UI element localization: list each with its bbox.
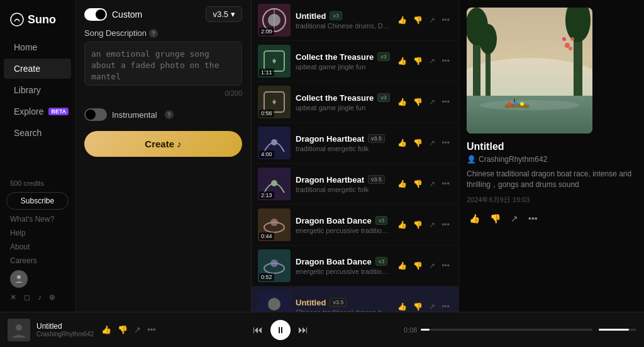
description-textarea[interactable] (84, 42, 242, 86)
prev-button[interactable]: ⏮ (250, 322, 265, 338)
song-title-row: Untitled v3.5 (296, 298, 390, 307)
volume-bar[interactable] (599, 329, 636, 331)
song-dislike-button[interactable]: 👎 (411, 300, 425, 312)
subscribe-button[interactable]: Subscribe (6, 192, 69, 210)
song-dislike-button[interactable]: 👎 (411, 177, 425, 191)
help-link[interactable]: Help (0, 226, 75, 240)
sidebar-item-library[interactable]: Library (4, 80, 71, 100)
create-button[interactable]: Create ♪ (84, 131, 242, 157)
sidebar-item-explore[interactable]: Explore BETA (4, 101, 71, 122)
song-duration: 2:13 (259, 191, 274, 199)
player-like-button[interactable]: 👍 (100, 324, 113, 336)
sidebar-item-home[interactable]: Home (4, 37, 71, 57)
detail-dislike-button[interactable]: 👎 (487, 211, 503, 226)
song-item[interactable]: 4:00 Dragon Heartbeat v3.5 traditional e… (252, 123, 458, 164)
svg-point-23 (268, 298, 280, 310)
bottom-bar: Untitled CrashingRhythm642 👍 👎 ↗ ••• ⏮ ⏸… (0, 312, 644, 347)
song-more-button[interactable]: ••• (439, 300, 452, 312)
custom-toggle[interactable] (84, 8, 107, 21)
song-info: Untitled v3 traditional Chinese drums, D… (296, 11, 390, 30)
song-version-tag: v3 (375, 216, 388, 225)
song-share-button[interactable]: ↗ (426, 54, 438, 68)
song-description: energetic percussive traditional (296, 227, 390, 234)
player-like-actions: 👍 👎 ↗ ••• (100, 324, 157, 336)
player-more-button[interactable]: ••• (146, 324, 157, 336)
progress-bar[interactable] (421, 329, 592, 331)
version-button[interactable]: v3.5 ▾ (206, 6, 242, 22)
song-share-button[interactable]: ↗ (426, 259, 438, 273)
song-like-button[interactable]: 👍 (395, 300, 409, 312)
song-actions: 👍 👎 ↗ ••• (395, 136, 452, 150)
song-like-button[interactable]: 👍 (395, 13, 409, 27)
instagram-icon[interactable]: ◻ (24, 293, 30, 302)
song-description: traditional energetic folk (296, 186, 390, 193)
song-item[interactable]: 0:52 Dragon Boat Dance v3 energetic perc… (252, 246, 458, 287)
svg-point-40 (562, 37, 566, 41)
tiktok-icon[interactable]: ♪ (38, 293, 42, 302)
song-dislike-button[interactable]: 👎 (411, 54, 425, 68)
about-link[interactable]: About (0, 240, 75, 254)
instrumental-toggle[interactable] (84, 108, 107, 121)
song-version-tag: v3 (377, 52, 390, 61)
avatar[interactable] (10, 270, 28, 288)
discord-icon[interactable]: ⊕ (49, 293, 55, 302)
current-time: 0:08 (404, 326, 417, 334)
song-item[interactable]: ♦ 0:56 Collect the Treasure v3 upbeat ga… (252, 82, 458, 123)
song-dislike-button[interactable]: 👎 (411, 218, 425, 232)
song-share-button[interactable]: ↗ (426, 95, 438, 109)
song-like-button[interactable]: 👍 (395, 177, 409, 191)
song-more-button[interactable]: ••• (439, 136, 452, 150)
song-item[interactable]: 2:00 Untitled v3 traditional Chinese dru… (252, 0, 458, 41)
song-like-button[interactable]: 👍 (395, 218, 409, 232)
svg-point-13 (271, 139, 277, 145)
song-thumbnail: ♦ 1:11 (258, 45, 291, 77)
song-more-button[interactable]: ••• (439, 259, 452, 273)
song-share-button[interactable]: ↗ (426, 136, 438, 150)
detail-share-button[interactable]: ↗ (508, 211, 521, 226)
song-like-button[interactable]: 👍 (395, 95, 409, 109)
song-more-button[interactable]: ••• (439, 54, 452, 68)
song-share-button[interactable]: ↗ (426, 300, 438, 312)
song-title-text: Collect the Treasure (296, 52, 374, 62)
song-dislike-button[interactable]: 👎 (411, 13, 425, 27)
song-item[interactable]: 2:01 Untitled v3.5 Chinese traditional d… (252, 287, 458, 312)
song-item[interactable]: 0:44 Dragon Boat Dance v3 energetic perc… (252, 205, 458, 246)
pause-button[interactable]: ⏸ (270, 320, 291, 340)
detail-more-button[interactable]: ••• (526, 211, 540, 226)
svg-point-41 (569, 47, 572, 50)
twitter-icon[interactable]: ✕ (10, 293, 16, 302)
song-item[interactable]: ♦ 1:11 Collect the Treasure v3 upbeat ga… (252, 41, 458, 82)
svg-point-29 (479, 24, 497, 54)
next-button[interactable]: ⏭ (296, 322, 311, 338)
sidebar-item-search[interactable]: Search (4, 123, 71, 143)
version-chevron: ▾ (231, 9, 235, 19)
song-more-button[interactable]: ••• (439, 95, 452, 109)
song-item[interactable]: 2:13 Dragon Heartbeat v3.5 traditional e… (252, 164, 458, 205)
song-more-button[interactable]: ••• (439, 177, 452, 191)
whats-new-link[interactable]: What's New? (0, 212, 75, 226)
player-share-button[interactable]: ↗ (133, 324, 142, 336)
player-dislike-button[interactable]: 👎 (116, 324, 129, 336)
song-share-button[interactable]: ↗ (426, 13, 438, 27)
song-dislike-button[interactable]: 👎 (411, 136, 425, 150)
song-share-button[interactable]: ↗ (426, 177, 438, 191)
careers-link[interactable]: Careers (0, 254, 75, 268)
song-actions: 👍 👎 ↗ ••• (395, 259, 452, 273)
song-description: traditional Chinese drums, Dragon Boatin… (296, 22, 390, 30)
detail-like-button[interactable]: 👍 (467, 211, 482, 226)
song-info: Collect the Treasure v3 upbeat game jing… (296, 93, 390, 111)
song-like-button[interactable]: 👍 (395, 259, 409, 273)
song-more-button[interactable]: ••• (439, 218, 452, 232)
song-like-button[interactable]: 👍 (395, 136, 409, 150)
song-dislike-button[interactable]: 👎 (411, 95, 425, 109)
song-like-button[interactable]: 👍 (395, 54, 409, 68)
song-more-button[interactable]: ••• (439, 13, 452, 27)
svg-text:♦: ♦ (272, 55, 276, 65)
song-duration: 4:00 (259, 151, 274, 158)
sidebar-item-create[interactable]: Create (4, 59, 71, 79)
song-share-button[interactable]: ↗ (426, 218, 438, 232)
progress-area: 0:08 (404, 326, 592, 334)
version-text: v3.5 (213, 9, 228, 19)
svg-point-1 (17, 275, 21, 279)
song-dislike-button[interactable]: 👎 (411, 259, 425, 273)
